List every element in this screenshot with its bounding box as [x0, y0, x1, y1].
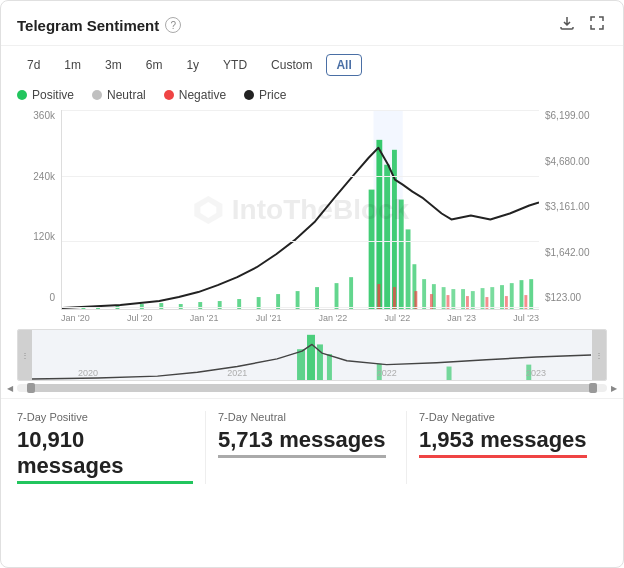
x-label-jul23: Jul '23 — [513, 313, 539, 323]
svg-rect-29 — [461, 289, 465, 309]
y-label-123: $123.00 — [545, 292, 581, 303]
y-label-6199: $6,199.00 — [545, 110, 590, 121]
time-filter-bar: 7d1m3m6m1yYTDCustomAll — [1, 46, 623, 84]
legend-dot-positive — [17, 90, 27, 100]
legend-item-price: Price — [244, 88, 286, 102]
filter-btn-all[interactable]: All — [326, 54, 361, 76]
legend-label-positive: Positive — [32, 88, 74, 102]
scroll-right-arrow[interactable]: ▶ — [609, 384, 619, 392]
x-label-jan22: Jan '22 — [319, 313, 348, 323]
legend-item-neutral: Neutral — [92, 88, 146, 102]
svg-rect-37 — [377, 284, 380, 309]
stat-negative: 7-Day Negative 1,953 messages — [419, 411, 607, 484]
legend-label-price: Price — [259, 88, 286, 102]
mini-chart-handle-left[interactable]: ⋮ — [18, 330, 32, 380]
filter-btn-1y[interactable]: 1y — [176, 54, 209, 76]
mini-label-2021: 2021 — [227, 368, 247, 378]
grid-line-top — [62, 110, 539, 111]
grid-line-mid2 — [62, 241, 539, 242]
stat-neutral: 7-Day Neutral 5,713 messages — [218, 411, 407, 484]
main-chart: IntoTheBlock — [61, 110, 539, 310]
legend-dot-price — [244, 90, 254, 100]
scroll-bar: ◀ ▶ — [17, 384, 607, 392]
filter-btn-6m[interactable]: 6m — [136, 54, 173, 76]
header-actions — [557, 13, 607, 37]
x-label-jul20: Jul '20 — [127, 313, 153, 323]
scroll-handle-right[interactable] — [589, 383, 597, 393]
legend-item-negative: Negative — [164, 88, 226, 102]
x-label-jan23: Jan '23 — [447, 313, 476, 323]
card-header: Telegram Sentiment ? — [1, 1, 623, 46]
y-label-4680: $4,680.00 — [545, 156, 590, 167]
stat-negative-label: 7-Day Negative — [419, 411, 595, 423]
filter-btn-custom[interactable]: Custom — [261, 54, 322, 76]
stat-positive: 7-Day Positive 10,910 messages — [17, 411, 206, 484]
mini-label-2022: 2022 — [377, 368, 397, 378]
stat-negative-value: 1,953 messages — [419, 427, 595, 458]
svg-rect-28 — [451, 289, 455, 309]
card-title: Telegram Sentiment — [17, 17, 159, 34]
svg-rect-25 — [422, 279, 426, 309]
svg-rect-33 — [500, 285, 504, 309]
filter-btn-3m[interactable]: 3m — [95, 54, 132, 76]
svg-rect-7 — [159, 303, 163, 309]
filter-btn-ytd[interactable]: YTD — [213, 54, 257, 76]
svg-rect-31 — [481, 288, 485, 309]
svg-rect-18 — [369, 190, 375, 309]
y-label-240k: 240k — [33, 171, 55, 182]
stat-positive-value: 10,910 messages — [17, 427, 193, 484]
svg-rect-16 — [335, 283, 339, 309]
svg-rect-35 — [520, 280, 524, 309]
y-label-3161: $3,161.00 — [545, 201, 590, 212]
x-label-jan20: Jan '20 — [61, 313, 90, 323]
legend-dot-negative — [164, 90, 174, 100]
filter-btn-7d[interactable]: 7d — [17, 54, 50, 76]
mini-chart: ⋮ ⋮ 2020 2021 2022 2023 — [17, 329, 607, 381]
legend-label-negative: Negative — [179, 88, 226, 102]
chart-svg — [62, 110, 539, 309]
svg-rect-32 — [490, 287, 494, 309]
stat-negative-number: 1,953 messages — [419, 427, 587, 458]
y-label-360k: 360k — [33, 110, 55, 121]
svg-rect-22 — [399, 200, 404, 309]
svg-rect-20 — [384, 165, 390, 309]
header-left: Telegram Sentiment ? — [17, 17, 181, 34]
y-label-120k: 120k — [33, 231, 55, 242]
legend-label-neutral: Neutral — [107, 88, 146, 102]
mini-label-2020: 2020 — [78, 368, 98, 378]
expand-button[interactable] — [587, 13, 607, 37]
stat-neutral-label: 7-Day Neutral — [218, 411, 394, 423]
svg-rect-17 — [349, 277, 353, 309]
svg-rect-38 — [393, 287, 396, 309]
stat-neutral-value: 5,713 messages — [218, 427, 394, 458]
stat-neutral-number: 5,713 messages — [218, 427, 386, 458]
y-axis-right: $6,199.00 $4,680.00 $3,161.00 $1,642.00 … — [539, 110, 607, 303]
legend-item-positive: Positive — [17, 88, 74, 102]
scroll-left-arrow[interactable]: ◀ — [5, 384, 15, 392]
svg-rect-19 — [376, 140, 382, 309]
svg-rect-15 — [315, 287, 319, 309]
stats-area: 7-Day Positive 10,910 messages 7-Day Neu… — [1, 398, 623, 500]
y-label-0: 0 — [49, 292, 55, 303]
x-label-jan21: Jan '21 — [190, 313, 219, 323]
svg-rect-36 — [529, 279, 533, 309]
mini-chart-handle-right[interactable]: ⋮ — [592, 330, 606, 380]
mini-label-2023: 2023 — [526, 368, 546, 378]
help-icon[interactable]: ? — [165, 17, 181, 33]
y-axis-left: 360k 240k 120k 0 — [17, 110, 61, 303]
scroll-thumb[interactable] — [29, 384, 595, 392]
grid-line-bottom — [62, 307, 539, 308]
svg-rect-34 — [510, 283, 514, 309]
legend-dot-neutral — [92, 90, 102, 100]
download-button[interactable] — [557, 13, 577, 37]
x-label-jul21: Jul '21 — [256, 313, 282, 323]
mini-chart-labels: 2020 2021 2022 2023 — [78, 368, 546, 378]
scroll-handle-left[interactable] — [27, 383, 35, 393]
stat-positive-number: 10,910 messages — [17, 427, 193, 484]
filter-btn-1m[interactable]: 1m — [54, 54, 91, 76]
x-axis: Jan '20 Jul '20 Jan '21 Jul '21 Jan '22 … — [61, 310, 539, 323]
stat-positive-label: 7-Day Positive — [17, 411, 193, 423]
chart-legend: PositiveNeutralNegativePrice — [1, 84, 623, 110]
svg-rect-27 — [442, 287, 446, 309]
x-label-jul22: Jul '22 — [384, 313, 410, 323]
